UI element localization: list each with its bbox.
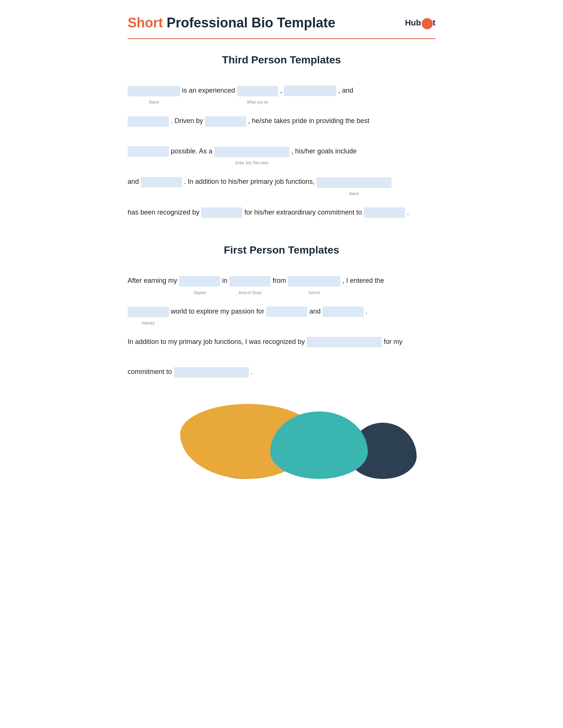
name1-field[interactable] — [128, 86, 180, 96]
recognized-by-field[interactable] — [201, 207, 242, 218]
passion1-field[interactable] — [266, 306, 307, 317]
text-period2: . — [251, 368, 253, 375]
fp-para-4: commitment to . — [128, 362, 435, 381]
text-comma-and: , and — [338, 87, 353, 94]
para-2: . Driven by , he/she takes pride in prov… — [128, 111, 435, 130]
job-title-label: Enter Job Title Here — [235, 158, 268, 168]
what-you-do-label: What you do — [247, 97, 268, 108]
third-person-title: Third Person Templates — [128, 54, 435, 66]
text-after-earning: After earning my — [128, 277, 177, 284]
school-label: School — [309, 288, 320, 298]
area-of-study-field[interactable] — [229, 276, 271, 287]
text-and: and — [128, 178, 139, 185]
hubspot-text: Hub — [405, 18, 421, 28]
degree-label: Degree — [194, 288, 206, 298]
text-and1: and — [309, 308, 321, 315]
text-has-been: has been recognized by — [128, 209, 199, 216]
name2-wrapper: Name — [316, 173, 391, 191]
para-4: and . In addition to his/her primary job… — [128, 172, 435, 191]
degree-wrapper: Degree — [179, 272, 220, 290]
job-title-wrapper: Enter Job Title Here — [214, 142, 289, 161]
commitment-field[interactable] — [364, 207, 405, 218]
text-for-my: for my — [384, 338, 402, 345]
text-world-explore: world to explore my passion for — [171, 308, 264, 315]
school-field[interactable] — [288, 276, 340, 287]
para-3: possible. As a Enter Job Title Here , hi… — [128, 142, 435, 161]
fp-para-3: In addition to my primary job functions,… — [128, 332, 435, 351]
text-he-she: , he/she takes pride in providing the be… — [248, 117, 369, 125]
title-short: Short — [128, 15, 163, 30]
area-of-study-label: Area of Study — [239, 288, 262, 298]
what-you-do-field[interactable] — [237, 86, 278, 96]
header-rule — [128, 38, 435, 39]
text-for-his: for his/her extraordinary commitment to — [244, 209, 362, 216]
job-title-field[interactable] — [214, 147, 289, 157]
fp-commitment-field[interactable] — [174, 367, 249, 378]
first-person-title: First Person Templates — [128, 244, 435, 256]
third-person-template: Name is an experienced What you do , , a… — [128, 81, 435, 222]
passion2-field[interactable] — [322, 306, 364, 317]
text-his-goals: , his/her goals include — [291, 147, 357, 155]
name1-label: Name — [149, 97, 159, 108]
text-period1: . — [366, 308, 367, 315]
first-person-section: First Person Templates After earning my … — [128, 244, 435, 381]
text-in-addition-fp: In addition to my primary job functions,… — [128, 338, 305, 345]
school-wrapper: School — [288, 272, 340, 290]
decorative-blobs — [128, 404, 435, 479]
what-you-do-wrapper: What you do — [237, 81, 278, 100]
first-person-template: After earning my Degree in Area of Study… — [128, 271, 435, 381]
text-in-addition: . In addition to his/her primary job fun… — [184, 178, 315, 185]
hubspot-dot: ⬤ — [421, 17, 433, 29]
field3-field[interactable] — [284, 86, 336, 96]
field4-field[interactable] — [128, 116, 169, 127]
service-type-field[interactable] — [128, 146, 169, 157]
text-commitment-to: commitment to — [128, 368, 172, 375]
area-of-study-wrapper: Area of Study — [229, 272, 271, 290]
third-person-section: Third Person Templates Name is an experi… — [128, 54, 435, 222]
text-i-entered: , I entered the — [342, 277, 384, 284]
degree-field[interactable] — [179, 276, 220, 287]
industry-field[interactable] — [128, 307, 169, 317]
para-5: has been recognized by for his/her extra… — [128, 203, 435, 222]
name1-wrapper: Name — [128, 81, 180, 100]
name2-field[interactable] — [316, 177, 391, 188]
text-in: in — [222, 277, 227, 284]
fp-para-2: Industry world to explore my passion for… — [128, 302, 435, 321]
para-1: Name is an experienced What you do , , a… — [128, 81, 435, 100]
text-comma1: , — [280, 87, 284, 94]
motivation-field[interactable] — [205, 116, 246, 127]
text-period: . — [407, 209, 409, 216]
text-driven-by: . Driven by — [171, 117, 203, 125]
industry-wrapper: Industry — [128, 302, 169, 321]
fp-recognized-by-field[interactable] — [307, 337, 382, 347]
title-rest: Professional Bio Template — [163, 15, 335, 30]
text-possible-as-a: possible. As a — [171, 147, 212, 155]
page-header: Short Professional Bio Template Hub⬤t — [128, 15, 435, 31]
text-is-an-experienced: is an experienced — [182, 87, 235, 94]
industry-label: Industry — [142, 318, 155, 329]
text-from: from — [272, 277, 286, 284]
goal2-field[interactable] — [141, 177, 182, 188]
hubspot-logo: Hub⬤t — [405, 17, 435, 29]
page-title: Short Professional Bio Template — [128, 15, 335, 31]
name2-label: Name — [349, 189, 359, 199]
fp-para-1: After earning my Degree in Area of Study… — [128, 271, 435, 290]
